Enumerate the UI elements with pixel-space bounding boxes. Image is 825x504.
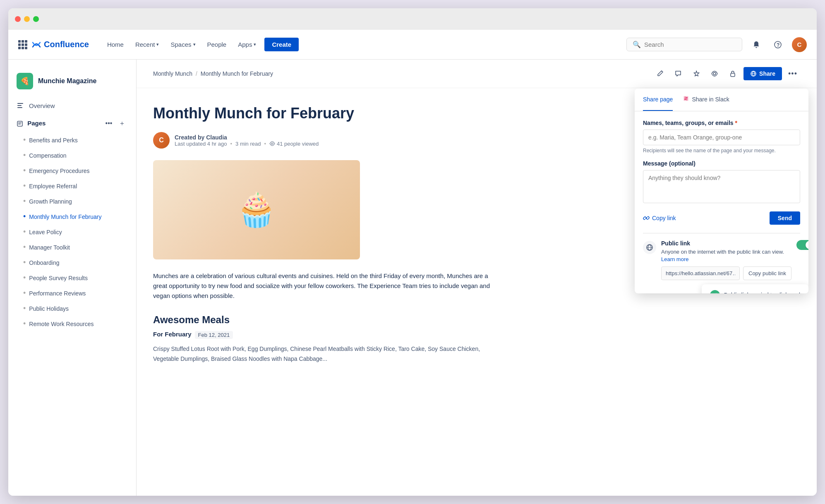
nav-home[interactable]: Home [102, 38, 129, 51]
svg-rect-9 [731, 73, 735, 77]
breadcrumb-parent[interactable]: Monthly Munch [153, 70, 192, 77]
logo-area: Confluence [18, 40, 89, 50]
awesome-meals-title: Awesome Meals [153, 314, 492, 326]
public-link-icon [643, 241, 656, 254]
tab-share-slack[interactable]: Share in Slack [683, 89, 729, 111]
more-icon: ••• [788, 70, 797, 78]
bell-icon [752, 41, 760, 49]
create-button[interactable]: Create [264, 38, 299, 51]
edit-icon [656, 70, 664, 77]
sidebar-item-emergency-procedures[interactable]: Emergency Procedures [17, 163, 128, 178]
toast-notification: ✓ Public link copied to clipboard [702, 284, 808, 293]
help-icon: ? [774, 41, 782, 49]
sidebar-item-performance-reviews[interactable]: Performance Reviews [17, 286, 128, 301]
author-avatar: C [153, 132, 170, 149]
public-link-url-row: Copy public link [661, 266, 791, 280]
svg-rect-3 [17, 105, 22, 106]
sidebar-item-onboarding[interactable]: Onboarding [17, 255, 128, 270]
section-date-row: For February Feb 12, 2021 [153, 331, 492, 339]
edit-button[interactable] [652, 66, 667, 81]
overview-icon [17, 102, 24, 109]
share-divider [643, 233, 800, 233]
sidebar-item-remote-work-resources[interactable]: Remote Work Resources [17, 316, 128, 331]
search-input[interactable] [644, 41, 736, 48]
pages-list: Benefits and PerksCompensationEmergency … [17, 132, 128, 331]
sidebar-item-manager-toolkit[interactable]: Manager Toolkit [17, 240, 128, 255]
space-name: Munchie Magazine [38, 77, 96, 85]
author-row: C Created by Claudia Last updated 4 hr a… [153, 132, 492, 149]
slack-icon [683, 95, 689, 103]
svg-point-11 [271, 143, 273, 144]
sidebar: 🍕 Munchie Magazine Overview [8, 60, 137, 496]
add-page-button[interactable]: ＋ [116, 118, 128, 129]
more-button[interactable]: ••• [785, 66, 800, 81]
nav-recent[interactable]: Recent ▾ [130, 38, 164, 51]
confluence-logo[interactable]: Confluence [31, 40, 89, 50]
recipients-hint: Recipients will see the name of the page… [643, 148, 800, 154]
sidebar-item-benefits-and-perks[interactable]: Benefits and Perks [17, 132, 128, 148]
pages-more-button[interactable]: ••• [103, 118, 115, 129]
slack-logo-icon [683, 95, 689, 102]
section-date: Feb 12, 2021 [195, 331, 233, 339]
sidebar-item-employee-referral[interactable]: Employee Referral [17, 178, 128, 194]
sidebar-item-growth-planning[interactable]: Growth Planning [17, 194, 128, 209]
svg-point-8 [713, 72, 716, 75]
viewers-badge: 41 people viewed [269, 141, 319, 147]
share-tabs: Share page Share in Slack [635, 89, 808, 111]
notifications-button[interactable] [749, 37, 764, 52]
restrict-button[interactable] [725, 66, 740, 81]
star-icon [693, 70, 700, 77]
app-grid-icon[interactable] [18, 40, 27, 49]
nav-people[interactable]: People [202, 38, 232, 51]
message-textarea[interactable] [643, 170, 800, 203]
minimize-button[interactable] [24, 16, 30, 22]
public-link-toggle[interactable] [796, 240, 808, 250]
author-info: Created by Claudia Last updated 4 hr ago… [175, 134, 319, 147]
apps-chevron-icon: ▾ [254, 42, 256, 47]
app-window: Confluence Home Recent ▾ Spaces ▾ People… [8, 8, 817, 496]
copy-public-link-button[interactable]: Copy public link [743, 266, 791, 280]
comment-button[interactable] [671, 66, 686, 81]
send-button[interactable]: Send [770, 211, 800, 225]
sidebar-space-header[interactable]: 🍕 Munchie Magazine [8, 68, 136, 94]
fullscreen-button[interactable] [33, 16, 39, 22]
public-url-input[interactable] [661, 266, 740, 280]
author-name: Created by Claudia [175, 134, 319, 141]
tab-share-page[interactable]: Share page [643, 89, 673, 111]
sidebar-item-people-survey-results[interactable]: People Survey Results [17, 270, 128, 286]
confluence-x-icon [31, 40, 41, 50]
svg-rect-7 [18, 124, 21, 125]
breadcrumb-actions: Share ••• [652, 66, 800, 81]
recent-chevron-icon: ▾ [156, 42, 159, 47]
share-button[interactable]: Share [743, 67, 782, 80]
public-link-content: Public link Anyone on the internet with … [661, 240, 791, 280]
breadcrumb-separator: / [196, 70, 197, 77]
nav-spaces[interactable]: Spaces ▾ [165, 38, 200, 51]
public-link-title: Public link [661, 240, 791, 247]
star-button[interactable] [689, 66, 704, 81]
sidebar-item-compensation[interactable]: Compensation [17, 148, 128, 163]
page-body-text: Munches are a celebration of various cul… [153, 271, 492, 301]
globe-public-icon [646, 244, 653, 251]
page-content: Monthly Munch for February C Created by … [137, 88, 509, 381]
sidebar-item-public-holidays[interactable]: Public Holidays [17, 301, 128, 316]
learn-more-link[interactable]: Learn more [661, 256, 688, 262]
svg-rect-6 [18, 122, 22, 123]
names-input[interactable] [643, 130, 800, 145]
help-button[interactable]: ? [770, 37, 785, 52]
nav-apps[interactable]: Apps ▾ [233, 38, 261, 51]
watch-button[interactable] [707, 66, 722, 81]
copy-link-button[interactable]: Copy link [643, 215, 676, 221]
sidebar-item-monthly-munch-for-february[interactable]: Monthly Munch for February [17, 209, 128, 224]
user-avatar[interactable]: C [792, 37, 807, 52]
globe-icon [750, 70, 757, 77]
message-label: Message (optional) [643, 160, 800, 167]
link-icon [643, 215, 650, 221]
nav-links: Home Recent ▾ Spaces ▾ People Apps ▾ Cre… [102, 38, 626, 51]
sidebar-item-leave-policy[interactable]: Leave Policy [17, 224, 128, 240]
search-icon: 🔍 [633, 41, 641, 48]
close-button[interactable] [15, 16, 21, 22]
search-bar[interactable]: 🔍 [626, 38, 742, 51]
sidebar-overview[interactable]: Overview [8, 98, 136, 113]
public-link-desc: Anyone on the internet with the public l… [661, 248, 791, 263]
